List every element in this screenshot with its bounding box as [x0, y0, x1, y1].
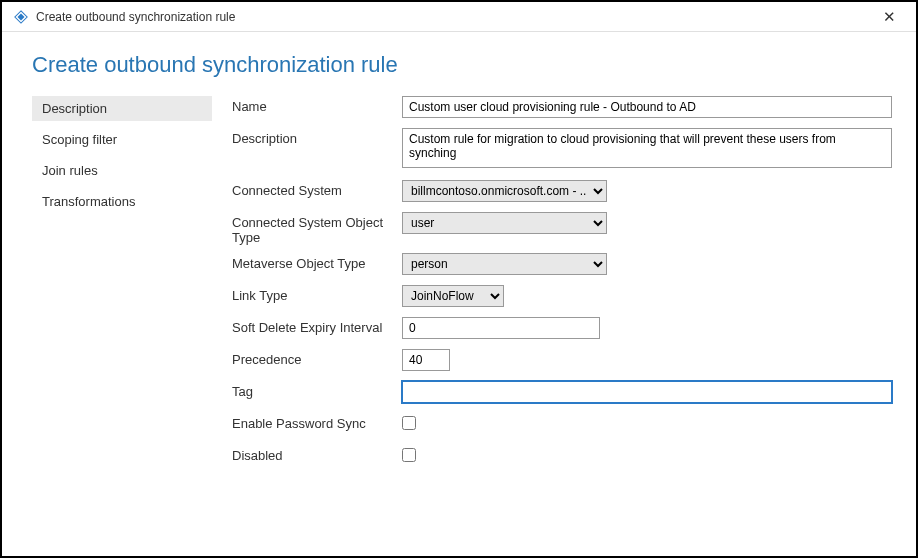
sidebar-item-description[interactable]: Description: [32, 96, 212, 121]
sidebar-item-label: Description: [42, 101, 107, 116]
sidebar-item-scoping-filter[interactable]: Scoping filter: [32, 127, 212, 152]
sidebar: Description Scoping filter Join rules Tr…: [32, 96, 212, 477]
form-area: Name Description Connected System billmc…: [232, 96, 892, 477]
precedence-label: Precedence: [232, 349, 402, 367]
disabled-label: Disabled: [232, 445, 402, 463]
soft-delete-expiry-input[interactable]: [402, 317, 600, 339]
sidebar-item-join-rules[interactable]: Join rules: [32, 158, 212, 183]
sidebar-item-label: Join rules: [42, 163, 98, 178]
disabled-checkbox[interactable]: [402, 448, 416, 462]
name-input[interactable]: [402, 96, 892, 118]
sidebar-item-label: Scoping filter: [42, 132, 117, 147]
description-label: Description: [232, 128, 402, 146]
content-area: Create outbound synchronization rule Des…: [2, 32, 916, 497]
enable-password-sync-checkbox[interactable]: [402, 416, 416, 430]
tag-input[interactable]: [402, 381, 892, 403]
sidebar-item-label: Transformations: [42, 194, 135, 209]
svg-marker-1: [18, 13, 25, 20]
app-icon: [14, 10, 28, 24]
link-type-select[interactable]: JoinNoFlow: [402, 285, 504, 307]
sidebar-item-transformations[interactable]: Transformations: [32, 189, 212, 214]
enable-password-sync-label: Enable Password Sync: [232, 413, 402, 431]
close-button[interactable]: ✕: [875, 6, 904, 28]
link-type-label: Link Type: [232, 285, 402, 303]
precedence-input[interactable]: [402, 349, 450, 371]
name-label: Name: [232, 96, 402, 114]
connected-system-object-type-select[interactable]: user: [402, 212, 607, 234]
window-title: Create outbound synchronization rule: [36, 10, 235, 24]
page-title: Create outbound synchronization rule: [32, 52, 886, 78]
connected-system-select[interactable]: billmcontoso.onmicrosoft.com - ...: [402, 180, 607, 202]
title-bar: Create outbound synchronization rule ✕: [2, 2, 916, 32]
tag-label: Tag: [232, 381, 402, 399]
metaverse-object-type-label: Metaverse Object Type: [232, 253, 402, 271]
metaverse-object-type-select[interactable]: person: [402, 253, 607, 275]
soft-delete-expiry-label: Soft Delete Expiry Interval: [232, 317, 402, 335]
connected-system-label: Connected System: [232, 180, 402, 198]
description-input[interactable]: [402, 128, 892, 168]
connected-system-object-type-label: Connected System Object Type: [232, 212, 402, 245]
